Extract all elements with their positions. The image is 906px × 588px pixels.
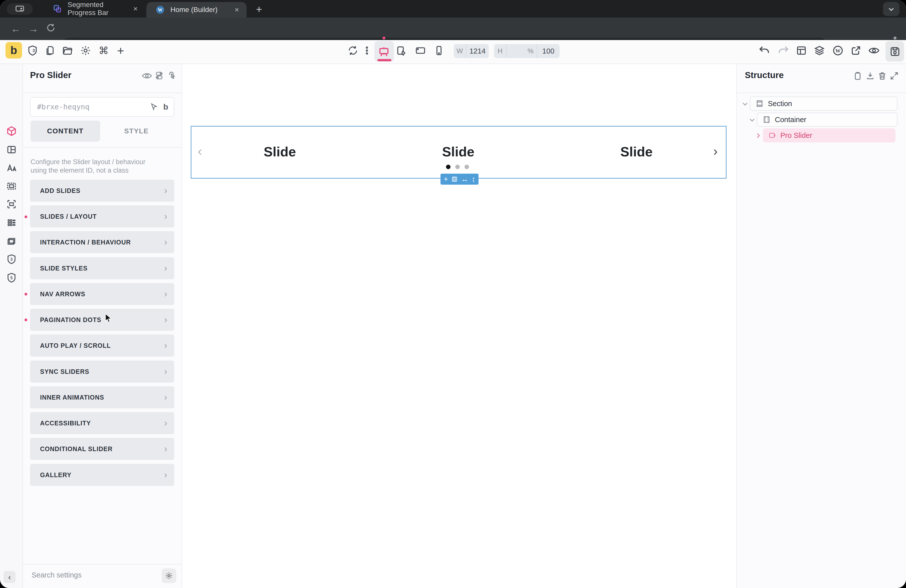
import-icon[interactable]: [865, 71, 876, 81]
preview-external-button[interactable]: [850, 45, 862, 57]
canvas-width-control[interactable]: W 1214: [454, 44, 489, 58]
section-sync-sliders[interactable]: SYNC SLIDERS›: [30, 360, 174, 382]
section-nav-arrows[interactable]: NAV ARROWS›: [30, 283, 174, 305]
tree-node-pro-slider-selected[interactable]: Pro Slider: [763, 128, 895, 142]
resize-vertical-icon[interactable]: ↕: [472, 175, 475, 183]
section-conditional-slider[interactable]: CONDITIONAL SLIDER›: [30, 438, 174, 460]
dot[interactable]: [455, 165, 460, 169]
resize-horizontal-icon[interactable]: ↔: [461, 175, 469, 183]
command-palette-button[interactable]: ⌘: [97, 45, 110, 57]
section-pagination-dots[interactable]: PAGINATION DOTS›: [30, 309, 174, 331]
preview-eye-button[interactable]: [868, 45, 880, 57]
gear-icon: [165, 572, 173, 580]
element-action-toolbar[interactable]: + ↔ ↕: [440, 174, 479, 185]
delete-trash-icon[interactable]: [877, 71, 887, 81]
wordpress-admin-button[interactable]: W: [832, 45, 844, 57]
paste-clipboard-icon[interactable]: [853, 71, 863, 81]
category-layout[interactable]: [5, 143, 18, 156]
browser-tab[interactable]: Segmented Progress Bar ×: [38, 0, 145, 18]
canvas-height-control[interactable]: H: [494, 44, 529, 58]
bricks-logo[interactable]: b: [5, 42, 22, 59]
chevron-right-icon[interactable]: [754, 131, 762, 140]
pagination-dots[interactable]: [446, 165, 469, 169]
category-shield-5[interactable]: 5: [5, 272, 18, 284]
section-slides-layout[interactable]: SLIDES / LAYOUT›: [30, 206, 174, 228]
section-accessibility[interactable]: ACCESSIBILITY›: [30, 412, 174, 434]
tree-node-container[interactable]: Container: [757, 113, 898, 127]
structure-divider: [737, 92, 906, 93]
tab-style[interactable]: STYLE: [100, 121, 173, 142]
element-states-icon[interactable]: [154, 70, 165, 81]
chevron-down-icon[interactable]: [741, 100, 749, 108]
element-visibility-eye-icon[interactable]: [142, 70, 152, 81]
section-interaction-behaviour[interactable]: INTERACTION / BEHAVIOUR›: [30, 231, 174, 253]
slide-2[interactable]: Slide: [408, 144, 508, 159]
chevron-down-icon[interactable]: [748, 116, 756, 124]
tab-close-icon[interactable]: ×: [133, 5, 138, 13]
category-elements-active[interactable]: [5, 125, 18, 137]
category-media-frame[interactable]: [5, 180, 18, 192]
expand-all-icon[interactable]: [890, 71, 900, 81]
settings-gear-button[interactable]: [80, 45, 92, 57]
category-3d-box[interactable]: [5, 235, 18, 247]
chevron-right-icon: ›: [164, 470, 167, 480]
dot-active[interactable]: [446, 165, 450, 169]
add-icon[interactable]: +: [444, 175, 448, 183]
slider-next-arrow[interactable]: ›: [713, 145, 718, 158]
tab-overview-button[interactable]: [7, 3, 33, 15]
templates-folder-button[interactable]: [62, 45, 73, 57]
structure-toggle-button[interactable]: [795, 45, 807, 57]
chevron-right-icon: ›: [164, 341, 167, 350]
tab-label: Home (Builder): [171, 6, 217, 14]
shield-v3-button[interactable]: 3: [27, 45, 38, 57]
sync-button[interactable]: [347, 45, 359, 57]
back-button[interactable]: ←: [7, 23, 24, 35]
panel-collapse-button[interactable]: ‹: [3, 571, 16, 583]
add-element-button[interactable]: +: [115, 45, 127, 57]
new-tab-button[interactable]: +: [252, 3, 266, 16]
tree-node-section[interactable]: Section: [750, 97, 898, 111]
section-auto-play-scroll[interactable]: AUTO PLAY / SCROLL›: [30, 335, 174, 357]
tab-label: Segmented Progress Bar: [68, 1, 133, 17]
category-typography[interactable]: [5, 162, 18, 174]
breakpoint-tablet-touch-button[interactable]: [396, 45, 407, 57]
element-interactions-icon[interactable]: [166, 70, 177, 81]
breakpoint-tablet-button[interactable]: [415, 45, 426, 57]
slider-prev-arrow[interactable]: ‹: [198, 145, 202, 158]
section-inner-animations[interactable]: INNER ANIMATIONS›: [30, 386, 174, 408]
browser-tab-active[interactable]: W Home (Builder) ×: [147, 2, 247, 18]
browser-toolbar: ← → be.local/?bricks=run: [0, 18, 906, 40]
pointer-icon[interactable]: [150, 102, 159, 112]
category-list-grid[interactable]: [5, 217, 18, 229]
width-input[interactable]: 1214: [466, 47, 489, 55]
section-add-slides[interactable]: ADD SLIDES›: [30, 180, 174, 202]
tab-search-button[interactable]: [883, 2, 900, 16]
dot[interactable]: [464, 165, 469, 169]
section-gallery[interactable]: GALLERY›: [30, 464, 174, 486]
reload-button[interactable]: [42, 23, 59, 35]
panel-settings-button[interactable]: [162, 569, 176, 583]
breakpoints-menu-button[interactable]: [361, 45, 373, 57]
undo-button[interactable]: [758, 45, 770, 57]
columns-icon[interactable]: [451, 176, 458, 182]
search-settings-input[interactable]: Search settings: [32, 571, 142, 579]
element-id-field[interactable]: #brxe-heqynq b: [30, 97, 174, 116]
chevron-right-icon: ›: [164, 238, 167, 247]
zoom-input[interactable]: 100: [537, 47, 560, 55]
category-shield-3[interactable]: 3: [5, 253, 18, 265]
slide-1[interactable]: Slide: [230, 144, 330, 159]
category-fullscreen[interactable]: [5, 198, 18, 210]
redo-button[interactable]: [777, 45, 790, 57]
tab-content[interactable]: CONTENT: [30, 121, 100, 142]
pages-button[interactable]: [44, 45, 56, 57]
forward-button[interactable]: →: [24, 23, 42, 35]
tab-close-icon[interactable]: ×: [234, 5, 239, 14]
slide-3[interactable]: Slide: [586, 144, 686, 159]
layers-button[interactable]: [813, 45, 825, 57]
canvas-zoom-control[interactable]: % 100: [525, 44, 560, 58]
section-slide-styles[interactable]: SLIDE STYLES›: [30, 257, 174, 279]
panel-divider: [23, 92, 182, 93]
svg-text:W: W: [835, 48, 841, 54]
breakpoint-mobile-button[interactable]: [433, 45, 445, 57]
element-id-value[interactable]: #brxe-heqynq: [37, 103, 89, 111]
